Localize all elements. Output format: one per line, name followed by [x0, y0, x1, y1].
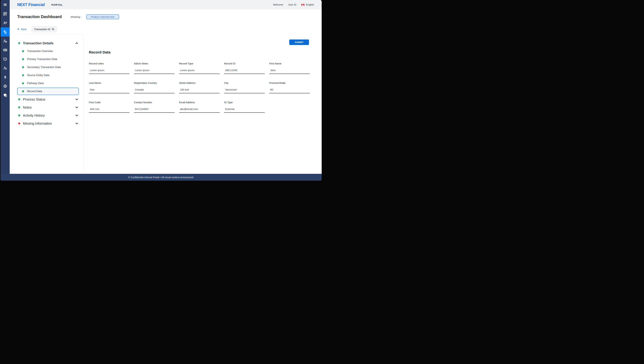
nav-item-source-entity-data[interactable]: Source Entity Data: [17, 71, 79, 79]
field-record-notes: Record notes Lorem ipsum: [89, 62, 130, 74]
nav-item-secondary-transaction-data[interactable]: Secondary Transaction Data: [17, 63, 79, 71]
field-value-input[interactable]: A0A 1A1: [89, 107, 130, 113]
field-province-state: Province/State BC: [269, 81, 310, 93]
field-label: ID Type: [224, 101, 265, 104]
field-email-address: Email Address abc@email.com: [179, 101, 220, 113]
field-value-input[interactable]: Lorem ipsum: [179, 69, 220, 74]
brand-logo: NEXT Financial: [17, 3, 45, 7]
field-label: Admin Notes: [134, 62, 174, 65]
user-key-icon[interactable]: [0, 64, 10, 73]
money-100-icon[interactable]: [0, 46, 10, 55]
chevron-down-icon: [75, 122, 78, 125]
status-dot-green: [22, 58, 24, 60]
field-value-input[interactable]: BC: [269, 88, 310, 93]
field-last-name: Last Name Doe: [89, 81, 130, 93]
language-selector[interactable]: English: [301, 3, 314, 6]
status-dot-green: [18, 42, 20, 44]
language-label: English: [306, 3, 314, 6]
chevron-down-icon: [75, 106, 78, 109]
record-data-panel: SUBMIT Record Data Record notes Lorem ip…: [84, 34, 322, 174]
nav-item-transaction-overview[interactable]: Transaction Overview: [17, 47, 79, 55]
nav-item-record-data-selected[interactable]: Record Data: [17, 88, 79, 95]
field-city: City Vancouver: [224, 81, 265, 93]
field-value-input[interactable]: Doe: [89, 88, 130, 93]
nav-section-notes[interactable]: Notes: [17, 103, 79, 111]
nav-section-process-status[interactable]: Process Status: [17, 95, 79, 103]
nav-item-pathway-data[interactable]: Pathway Data: [17, 79, 79, 87]
field-value-input[interactable]: abc@email.com: [179, 107, 220, 113]
transaction-id-label: Transaction ID: [34, 28, 50, 31]
field-label: Province/State: [269, 81, 310, 85]
field-first-name: First Name John: [269, 62, 310, 74]
field-label: Registration Country: [134, 81, 174, 85]
field-record-type: Record Type Lorem ipsum: [179, 62, 220, 74]
field-label: First Name: [269, 62, 310, 65]
nav-section-activity-history[interactable]: Activity History: [17, 111, 79, 119]
user-assignment-icon[interactable]: [0, 19, 10, 28]
chevron-down-icon: [75, 98, 78, 101]
nav-section-transaction-details[interactable]: Transaction Details: [17, 39, 79, 47]
submit-button[interactable]: SUBMIT: [289, 40, 309, 45]
shield-user-icon[interactable]: [0, 91, 10, 100]
section-nav: Transaction Details Transaction Overview…: [17, 39, 79, 127]
footer-text: © Confidential Internal Portal • All vis…: [128, 176, 194, 179]
status-dot-green: [22, 90, 24, 92]
field-label: Email Address: [179, 101, 220, 104]
field-label: City: [224, 81, 265, 85]
showing-label: Showing :: [70, 15, 82, 18]
field-label: Last Name: [89, 81, 130, 85]
canada-flag-icon: [301, 3, 304, 6]
hamburger-icon: [3, 3, 7, 7]
app-window: $ NEXT Financial PORTAL Welcome User ID …: [0, 0, 322, 181]
back-button[interactable]: Back: [17, 28, 26, 31]
field-id-type: ID Type External: [224, 101, 265, 113]
field-label: Contact Number: [134, 101, 174, 104]
status-dot-green: [22, 74, 24, 76]
user-id-link[interactable]: User ID: [288, 3, 296, 6]
field-label: Record notes: [89, 62, 130, 65]
status-dot-green: [18, 99, 20, 100]
field-registration-country: Registration Country Canada: [134, 81, 174, 93]
field-value-input[interactable]: ABC12345: [224, 69, 265, 74]
sidebar: $: [0, 0, 10, 174]
back-arrow-icon: [17, 28, 20, 31]
footer-bar: © Confidential Internal Portal • All vis…: [0, 174, 322, 181]
dashboard-customize-icon[interactable]: [0, 9, 10, 19]
section-title: Record Data: [89, 50, 110, 55]
product-channel-chip[interactable]: Product channel AAA: [86, 14, 119, 19]
header-user-area: Welcome User ID English: [273, 3, 322, 6]
history-icon[interactable]: [0, 55, 10, 64]
crop-rotate-icon[interactable]: [0, 28, 10, 37]
back-row: Back Transaction ID: [17, 26, 57, 33]
field-admin-notes: Admin Notes Lorem ipsum: [134, 62, 174, 74]
field-value-input[interactable]: Canada: [134, 88, 174, 93]
search-icon: [52, 28, 54, 31]
status-dot-green: [22, 82, 24, 84]
field-label: Record ID: [224, 62, 265, 65]
welcome-link[interactable]: Welcome: [273, 3, 283, 6]
status-dot-green: [22, 50, 24, 52]
transaction-id-search-button[interactable]: Transaction ID: [31, 26, 57, 33]
field-value-input[interactable]: Lorem ipsum: [134, 69, 174, 74]
settings-alert-icon[interactable]: [0, 82, 10, 91]
status-dot-green: [22, 66, 24, 68]
field-value-input[interactable]: 100 Ave: [179, 88, 220, 93]
title-row: Transaction Dashboard Showing : Product …: [17, 13, 119, 21]
field-value-input[interactable]: 6471234567: [134, 107, 174, 113]
chevron-up-icon: [75, 42, 78, 45]
field-value-input[interactable]: External: [224, 107, 265, 113]
portal-label: PORTAL: [52, 3, 63, 6]
field-value-input[interactable]: Vancouver: [224, 88, 265, 93]
status-dot-red: [18, 123, 20, 124]
field-value-input[interactable]: Lorem ipsum: [89, 69, 130, 74]
nav-item-primary-transaction-data[interactable]: Primary Transaction Data: [17, 55, 79, 63]
manage-accounts-icon[interactable]: [0, 37, 10, 46]
nav-section-missing-information[interactable]: Missing Information: [17, 119, 79, 127]
page-title: Transaction Dashboard: [17, 14, 62, 19]
svg-text:$: $: [4, 75, 6, 79]
field-value-input[interactable]: John: [269, 69, 310, 74]
menu-button[interactable]: [0, 0, 10, 9]
field-label: Post Code: [89, 101, 130, 104]
dollar-icon[interactable]: $: [0, 73, 10, 82]
status-dot-green: [18, 107, 20, 108]
